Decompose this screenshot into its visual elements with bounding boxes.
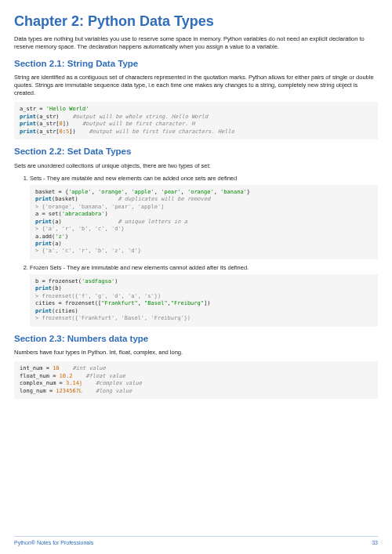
section-2-2-paragraph: Sets are unordered collections of unique… xyxy=(14,162,378,170)
section-2-3-heading: Section 2.3: Numbers data type xyxy=(14,333,378,346)
code-block-set: basket = {'apple', 'orange', 'apple', 'p… xyxy=(30,185,378,259)
footer-left: Python® Notes for Professionals xyxy=(14,539,93,546)
section-2-1-paragraph: String are identified as a contiguous se… xyxy=(14,74,378,97)
code-block-numbers: int_num = 10 #int value float_num = 10.2… xyxy=(14,361,378,399)
list-item: Frozen Sets - They are immutable and new… xyxy=(30,264,378,327)
list-item-text: Frozen Sets - They are immutable and new… xyxy=(30,264,249,271)
section-2-2-heading: Section 2.2: Set Data Types xyxy=(14,146,378,158)
intro-paragraph: Data types are nothing but variables you… xyxy=(14,35,378,51)
list-item: Sets - They are mutable and new elements… xyxy=(30,175,378,259)
chapter-title: Chapter 2: Python Data Types xyxy=(14,12,378,31)
footer-page-number: 33 xyxy=(372,539,378,546)
section-2-1-heading: Section 2.1: String Data Type xyxy=(14,58,378,71)
list-item-text: Sets - They are mutable and new elements… xyxy=(30,175,237,182)
code-block-string: a_str = 'Hello World' print(a_str) #outp… xyxy=(14,102,378,139)
page-footer: Python® Notes for Professionals 33 xyxy=(14,536,378,546)
code-block-frozenset: b = frozenset('asdfagsa') print(b) > fro… xyxy=(30,274,378,327)
set-list: Sets - They are mutable and new elements… xyxy=(30,175,378,327)
section-2-3-paragraph: Numbers have four types in Python. Int, … xyxy=(14,349,378,357)
